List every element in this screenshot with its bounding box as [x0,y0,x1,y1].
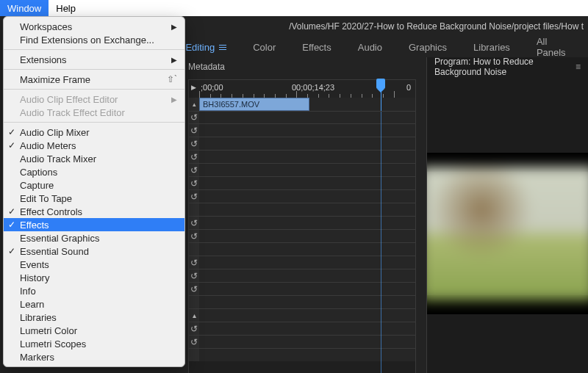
menu-item-label: Audio Track Mixer [20,153,96,164]
menu-item-label: Workspaces [20,21,72,32]
menu-item-essential-graphics[interactable]: Essential Graphics [4,231,184,245]
menu-item-lumetri-color[interactable]: Lumetri Color [4,324,184,337]
menu-item-info[interactable]: Info [4,284,184,297]
reset-icon[interactable] [189,335,199,348]
menu-item-history[interactable]: History [4,271,184,284]
menu-item-lumetri-scopes[interactable]: Lumetri Scopes [4,337,184,350]
menu-item-label: Edit To Tape [20,193,72,204]
tab-color[interactable]: Color [240,37,289,57]
menu-item-label: Capture [20,180,54,191]
tab-label: Editing [185,42,215,53]
program-monitor-viewer[interactable] [427,153,588,314]
menu-item-label: Effects [20,220,49,231]
reset-icon[interactable] [189,150,199,163]
menu-item-label: Lumetri Color [20,325,77,336]
track-toggle-icon[interactable] [189,98,199,111]
submenu-arrow-icon: ▶ [171,95,177,104]
menu-item-label: Extensions [20,54,67,65]
menu-item-audio-meters[interactable]: ✓ Audio Meters [4,139,184,152]
playhead-line [381,79,381,373]
reset-icon[interactable] [189,282,199,295]
menu-item-capture[interactable]: Capture [4,178,184,192]
menu-item-label: Essential Graphics [20,233,99,244]
menu-item-label: Events [20,259,49,270]
menu-item-extensions[interactable]: Extensions ▶ [4,53,184,66]
menu-item-libraries[interactable]: Libraries [4,311,184,324]
menu-item-label: Libraries [20,312,57,323]
menu-item-label: Maximize Frame [20,74,90,85]
menu-item-audio-clip-effect-editor: Audio Clip Effect Editor ▶ [4,93,184,106]
menu-item-edit-to-tape[interactable]: Edit To Tape [4,192,184,205]
menu-item-label: Markers [20,352,54,363]
menu-item-label: Audio Track Effect Editor [20,107,125,118]
menu-item-maximize-frame[interactable]: Maximize Frame ⇧` [4,73,184,86]
window-dropdown-menu: Workspaces ▶ Find Extensions on Exchange… [3,16,185,367]
menu-item-effects[interactable]: ✓ Effects [4,218,184,231]
play-icon[interactable]: ▶ [191,84,196,91]
menu-item-audio-track-effect-editor: Audio Track Effect Editor [4,106,184,119]
menu-item-label: Find Extensions on Exchange... [20,35,154,46]
submenu-arrow-icon: ▶ [171,56,177,64]
reset-icon[interactable] [189,176,199,189]
menu-item-captions[interactable]: Captions [4,165,184,178]
reset-icon[interactable] [189,137,199,150]
menu-window[interactable]: Window [0,0,49,16]
menu-item-audio-clip-mixer[interactable]: ✓ Audio Clip Mixer [4,126,184,139]
menu-item-label: Essential Sound [20,246,89,257]
menu-item-label: Captions [20,167,57,178]
menu-item-learn[interactable]: Learn [4,297,184,311]
tab-graphics[interactable]: Graphics [395,37,460,57]
reset-icon[interactable] [189,110,199,123]
reset-icon[interactable] [189,189,199,203]
menu-item-label: Info [20,286,36,297]
menu-item-audio-track-mixer[interactable]: Audio Track Mixer [4,152,184,165]
reset-icon[interactable] [189,229,199,242]
menu-item-shortcut: ⇧` [167,74,177,84]
timeline-clip[interactable]: BH3I6557.MOV [199,98,309,111]
reset-icon[interactable] [189,256,199,269]
tab-libraries[interactable]: Libraries [460,37,523,57]
hamburger-icon [219,45,226,50]
menu-item-workspaces[interactable]: Workspaces ▶ [4,20,184,33]
submenu-arrow-icon: ▶ [171,23,177,31]
reset-icon[interactable] [189,123,199,137]
menu-item-label: Lumetri Scopes [20,338,86,350]
preview-frame [427,167,588,300]
menu-item-label: History [20,272,49,283]
playhead-handle-icon[interactable] [376,79,385,89]
check-icon: ✓ [8,140,15,151]
menu-item-essential-sound[interactable]: ✓ Essential Sound [4,245,184,258]
reset-icon[interactable] [189,163,199,176]
check-icon: ✓ [8,206,15,217]
menu-item-label: Audio Clip Mixer [20,127,90,138]
menu-item-label: Audio Clip Effect Editor [20,94,118,105]
effect-controls-timeline: ▶ ;00;00 00;00;14;23 0 BH3I6557.MOV [188,79,416,112]
reset-icon[interactable] [189,322,199,335]
menu-item-label: Learn [20,299,44,310]
check-icon: ✓ [8,127,15,137]
menu-item-effect-controls[interactable]: ✓ Effect Controls [4,205,184,218]
tab-audio[interactable]: Audio [345,37,395,57]
panel-tab-metadata[interactable]: Metadata [188,62,225,72]
effect-controls-body [188,79,416,373]
menu-help[interactable]: Help [49,0,83,16]
menu-item-label: Effect Controls [20,206,82,217]
reset-icon[interactable] [189,269,199,282]
menu-item-markers[interactable]: Markers [4,350,184,363]
menu-item-events[interactable]: Events [4,258,184,271]
tab-all-panels[interactable]: All Panels [523,37,588,57]
check-icon: ✓ [8,220,15,230]
tab-effects[interactable]: Effects [289,37,345,57]
program-monitor-title[interactable]: Program: How to Reduce Background Noise [434,57,570,77]
menu-item-label: Audio Meters [20,140,76,151]
program-monitor-panel: Program: How to Reduce Background Noise … [426,57,588,373]
menu-item-find-extensions[interactable]: Find Extensions on Exchange... [4,33,184,46]
reset-icon[interactable] [189,216,199,229]
playhead[interactable] [381,80,381,111]
track-toggle-icon[interactable] [189,308,199,322]
check-icon: ✓ [8,246,15,256]
panel-menu-icon[interactable]: ≡ [576,62,581,72]
menubar: Window Help [0,0,588,16]
